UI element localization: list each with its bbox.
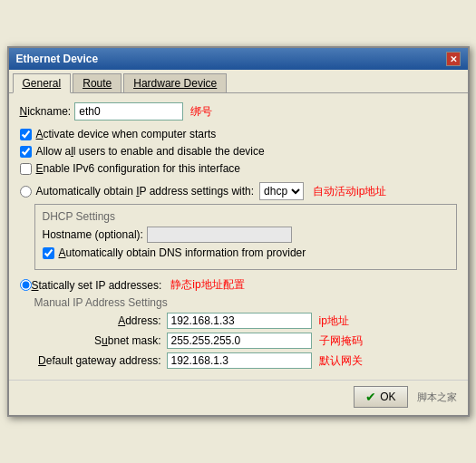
ethernet-device-window: Ethernet Device ✕ General Route Hardware… (7, 46, 470, 417)
static-ip-row: Statically set IP addresses: 静态ip地址配置 (20, 277, 457, 293)
dhcp-hostname-row: Hostname (optional): (43, 227, 449, 243)
auto-dns-row: Automatically obtain DNS information fro… (43, 246, 449, 259)
auto-dns-label: Automatically obtain DNS information fro… (59, 246, 306, 259)
ok-label: OK (380, 391, 395, 403)
static-ip-radio[interactable] (20, 279, 32, 291)
tab-general-label: General (23, 77, 62, 90)
enable-ipv6-checkbox[interactable] (20, 163, 32, 175)
static-ip-hint: 静态ip地址配置 (170, 277, 244, 293)
dhcp-select[interactable]: dhcp (259, 182, 304, 200)
address-input[interactable] (167, 313, 312, 329)
enable-ipv6-label: Enable IPv6 configuration for this inter… (36, 162, 240, 175)
static-settings-label: Manual IP Address Settings (34, 296, 457, 309)
address-hint: ip地址 (319, 313, 349, 329)
allow-users-label: Allow all users to enable and disable th… (36, 145, 265, 158)
allow-users-row: Allow all users to enable and disable th… (20, 145, 457, 158)
subnet-hint: 子网掩码 (319, 333, 363, 349)
activate-device-checkbox[interactable] (20, 129, 32, 140)
static-ip-label: Statically set IP addresses: (32, 279, 162, 292)
nickname-label: Nickname: (20, 105, 72, 118)
dhcp-settings-box: DHCP Settings Hostname (optional): Autom… (34, 204, 457, 270)
subnet-input[interactable] (167, 333, 312, 349)
dhcp-hostname-label: Hostname (optional): (43, 228, 143, 241)
tab-bar: General Route Hardware Device (9, 70, 468, 93)
enable-ipv6-row: Enable IPv6 configuration for this inter… (20, 162, 457, 175)
address-row: Address: ip地址 (34, 313, 457, 329)
ok-check-icon: ✔ (365, 390, 376, 404)
title-bar: Ethernet Device ✕ (9, 48, 468, 70)
ok-button[interactable]: ✔ OK (354, 386, 407, 408)
close-button[interactable]: ✕ (446, 52, 461, 66)
gateway-row: Default gateway address: 默认网关 (34, 352, 457, 369)
gateway-hint: 默认网关 (319, 353, 363, 369)
auto-ip-radio[interactable] (20, 186, 32, 198)
subnet-label: Subnet mask: (34, 334, 161, 347)
auto-ip-label: Automatically obtain IP address settings… (36, 185, 255, 198)
dhcp-settings-label: DHCP Settings (43, 210, 449, 223)
subnet-row: Subnet mask: 子网掩码 (34, 333, 457, 349)
tab-general[interactable]: General (13, 73, 72, 93)
gateway-label: Default gateway address: (34, 354, 161, 367)
tab-hardware[interactable]: Hardware Device (123, 73, 227, 92)
main-content: Nickname: 绑号 Activate device when comput… (9, 93, 468, 380)
auto-ip-hint: 自动活动ip地址 (313, 184, 386, 199)
auto-ip-row: Automatically obtain IP address settings… (20, 182, 457, 200)
nickname-row: Nickname: 绑号 (20, 102, 457, 121)
tab-route-label: Route (83, 77, 112, 90)
allow-users-checkbox[interactable] (20, 146, 32, 158)
ip-mode-section: Automatically obtain IP address settings… (20, 182, 457, 369)
nickname-input[interactable] (74, 102, 183, 121)
window-title: Ethernet Device (16, 53, 99, 65)
activate-device-label: Activate device when computer starts (36, 128, 217, 140)
footer: ✔ OK 脚本之家 (9, 380, 468, 415)
activate-device-row: Activate device when computer starts (20, 128, 457, 140)
address-label: Address: (34, 314, 161, 327)
static-settings-box: Manual IP Address Settings Address: ip地址… (34, 296, 457, 369)
nickname-hint: 绑号 (190, 104, 212, 120)
tab-route[interactable]: Route (73, 73, 121, 92)
auto-dns-checkbox[interactable] (43, 247, 54, 259)
gateway-input[interactable] (167, 352, 312, 369)
tab-hardware-label: Hardware Device (133, 77, 217, 90)
dhcp-hostname-input[interactable] (147, 227, 292, 243)
watermark: 脚本之家 (417, 391, 457, 404)
